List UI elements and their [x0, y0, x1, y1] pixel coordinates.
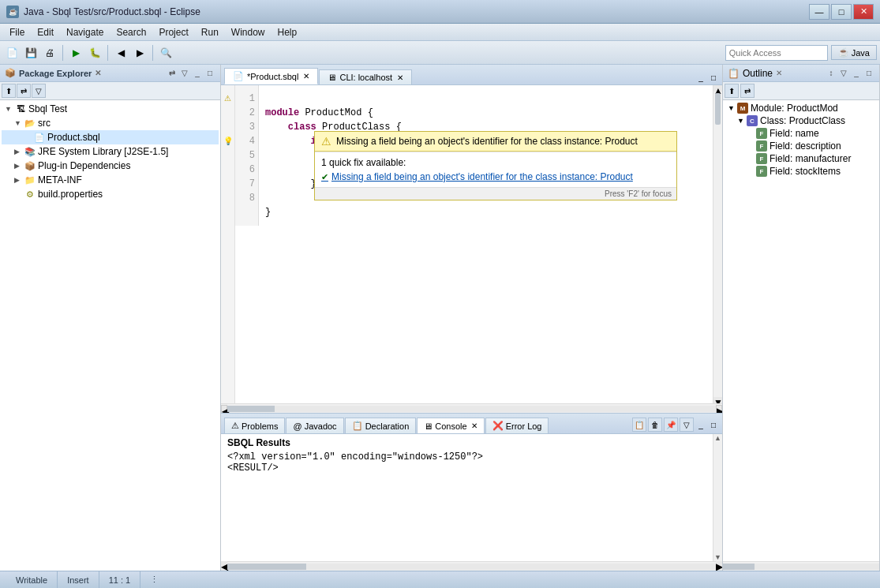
gutter-empty-5 — [221, 120, 234, 134]
tab-cli[interactable]: 🖥 CLI: localhost ✕ — [319, 69, 412, 84]
toolbar-search-button[interactable]: 🔍 — [157, 44, 174, 62]
console-tab-close[interactable]: ✕ — [471, 421, 477, 430]
bottom-maximize-button[interactable]: □ — [708, 419, 719, 430]
panel-menu-button[interactable]: ▽ — [179, 68, 190, 79]
collapse-all-button[interactable]: ⬆ — [2, 84, 16, 98]
tree-meta-inf[interactable]: ▶ 📁 META-INF — [2, 173, 219, 187]
tree-plugin-deps[interactable]: ▶ 📦 Plug-in Dependencies — [2, 159, 219, 173]
console-scroll-track — [713, 442, 722, 553]
menu-search[interactable]: Search — [110, 25, 152, 39]
editor-minimize-button[interactable]: _ — [695, 72, 706, 83]
menu-help[interactable]: Help — [271, 25, 304, 39]
tree-arrow-src: ▼ — [14, 119, 24, 127]
tab-console[interactable]: 🖥 Console ✕ — [417, 418, 484, 433]
sbql-file-icon: 📄 — [33, 131, 46, 144]
editor-scrollbar[interactable]: ▲ ▼ — [713, 85, 722, 403]
console-toolbar-clear[interactable]: 🗑 — [648, 418, 662, 432]
console-hscrollbar[interactable]: ◀ ▶ — [221, 561, 722, 571]
console-toolbar-menu[interactable]: ▽ — [680, 418, 694, 432]
hover-fix-link[interactable]: ✔ Missing a field being an object's iden… — [321, 171, 670, 182]
error-log-label: Error Log — [506, 421, 542, 431]
gutter-line-3: ⚠ — [221, 92, 234, 106]
tab-product-sbql[interactable]: 📄 *Product.sbql ✕ — [224, 68, 318, 84]
build-props-icon: ⚙ — [24, 188, 36, 200]
project-icon: 🏗 — [14, 103, 27, 115]
declaration-icon: 📋 — [352, 421, 363, 431]
outline-collapse-all[interactable]: ⬆ — [725, 84, 739, 98]
java-perspective-button[interactable]: ☕ Java — [831, 45, 877, 60]
menu-navigate[interactable]: Navigate — [60, 25, 110, 39]
console-toolbar-copy[interactable]: 📋 — [632, 418, 646, 432]
toolbar-forward-button[interactable]: ▶ — [131, 44, 148, 62]
outline-link-editor[interactable]: ⇄ — [740, 84, 755, 98]
outline-hscrollbar[interactable] — [723, 561, 879, 571]
view-menu-button[interactable]: ▽ — [32, 84, 46, 98]
menu-project[interactable]: Project — [152, 25, 194, 39]
toolbar-print-button[interactable]: 🖨 — [41, 44, 58, 62]
scrollbar-thumb[interactable] — [715, 93, 721, 125]
outline-field-stock[interactable]: F Field: stockItems — [725, 165, 878, 178]
menu-run[interactable]: Run — [195, 25, 225, 39]
toolbar-save-button[interactable]: 💾 — [22, 44, 39, 62]
status-bar: Writable Insert 11 : 1 ⋮ — [0, 571, 880, 588]
outline-field-mfr[interactable]: F Field: manufacturer — [725, 152, 878, 165]
console-hscroll-right: ▶ — [716, 561, 722, 571]
tree-arrow-meta: ▶ — [14, 176, 24, 184]
tab-javadoc[interactable]: @ Javadoc — [286, 418, 343, 433]
panel-minimize-button[interactable]: _ — [192, 68, 203, 79]
outline-sort-button[interactable]: ↕ — [826, 68, 837, 79]
editor-area[interactable]: 12345678 module ProductMod { class Produ… — [235, 85, 713, 403]
console-scrollbar[interactable]: ▲ ▼ — [713, 434, 722, 561]
outline-hscroll-track — [723, 564, 879, 570]
tab-error-log[interactable]: ❌ Error Log — [485, 418, 549, 433]
outline-tree: ▼ M Module: ProductMod ▼ C Class: Produc… — [723, 100, 879, 561]
outline-menu-button[interactable]: ▽ — [838, 68, 849, 79]
tree-sbql-test[interactable]: ▼ 🏗 Sbql Test — [2, 102, 219, 116]
minimize-button[interactable]: — — [809, 4, 829, 20]
toolbar-new-button[interactable]: 📄 — [3, 44, 21, 62]
menu-window[interactable]: Window — [225, 25, 271, 39]
hscroll-left-arrow: ◀ — [221, 405, 227, 413]
title-bar: ☕ Java - Sbql Test/src/Product.sbql - Ec… — [0, 0, 880, 24]
tab-cli-close[interactable]: ✕ — [397, 73, 403, 82]
tree-src[interactable]: ▼ 📂 src — [2, 116, 219, 130]
tab-product-icon: 📄 — [233, 71, 244, 81]
panel-sync-button[interactable]: ⇄ — [167, 68, 178, 79]
bottom-minimize-button[interactable]: _ — [695, 419, 706, 430]
outline-field-desc[interactable]: F Field: description — [725, 140, 878, 152]
outline-field-name[interactable]: F Field: name — [725, 127, 878, 140]
tree-build-props[interactable]: ⚙ build.properties — [2, 187, 219, 201]
meta-inf-icon: 📁 — [24, 174, 36, 186]
outline-minimize-button[interactable]: _ — [851, 68, 862, 79]
console-toolbar-pin[interactable]: 📌 — [664, 418, 678, 432]
menu-file[interactable]: File — [3, 25, 31, 39]
editor-hscrollbar[interactable]: ◀ ▶ — [221, 403, 722, 413]
link-editor-button[interactable]: ⇄ — [17, 84, 31, 98]
maximize-button[interactable]: □ — [831, 4, 852, 20]
tab-problems[interactable]: ⚠ Problems — [224, 418, 285, 433]
editor-maximize-button[interactable]: □ — [708, 72, 719, 83]
outline-toolbar: ⬆ ⇄ — [723, 82, 879, 100]
outline-module[interactable]: ▼ M Module: ProductMod — [725, 102, 878, 114]
tab-declaration[interactable]: 📋 Declaration — [345, 418, 417, 433]
panel-maximize-button[interactable]: □ — [204, 68, 215, 79]
toolbar-sep-2 — [107, 45, 108, 61]
tab-cli-icon: 🖥 — [328, 73, 336, 82]
quick-access-input[interactable] — [725, 45, 828, 61]
outline-class[interactable]: ▼ C Class: ProductClass — [725, 114, 878, 127]
toolbar-run-button[interactable]: ▶ — [67, 44, 84, 62]
package-explorer-close-icon: ✕ — [95, 69, 101, 77]
toolbar-debug-button[interactable]: 🐛 — [86, 44, 103, 62]
outline-title: 📋 Outline ✕ — [728, 68, 782, 79]
menu-edit[interactable]: Edit — [31, 25, 60, 39]
module-icon: M — [737, 103, 748, 114]
toolbar-back-button[interactable]: ◀ — [112, 44, 129, 62]
scrollbar-top-arrow: ▲ — [713, 85, 722, 92]
tree-jre[interactable]: ▶ 📚 JRE System Library [J2SE-1.5] — [2, 144, 219, 159]
close-button[interactable]: ✕ — [853, 4, 874, 20]
outline-maximize-button[interactable]: □ — [863, 68, 874, 79]
tree-product-sbql[interactable]: 📄 Product.sbql — [2, 130, 219, 144]
tab-product-close[interactable]: ✕ — [303, 72, 309, 81]
console-content[interactable]: SBQL Results <?xml version="1.0" encodin… — [221, 434, 713, 561]
console-scroll-up: ▲ — [713, 434, 722, 442]
